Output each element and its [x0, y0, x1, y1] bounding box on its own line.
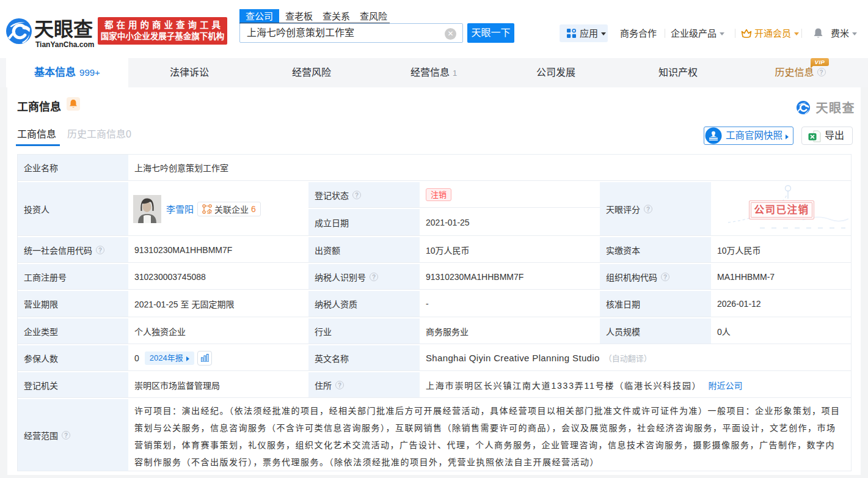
svg-text:企: 企	[206, 208, 213, 214]
